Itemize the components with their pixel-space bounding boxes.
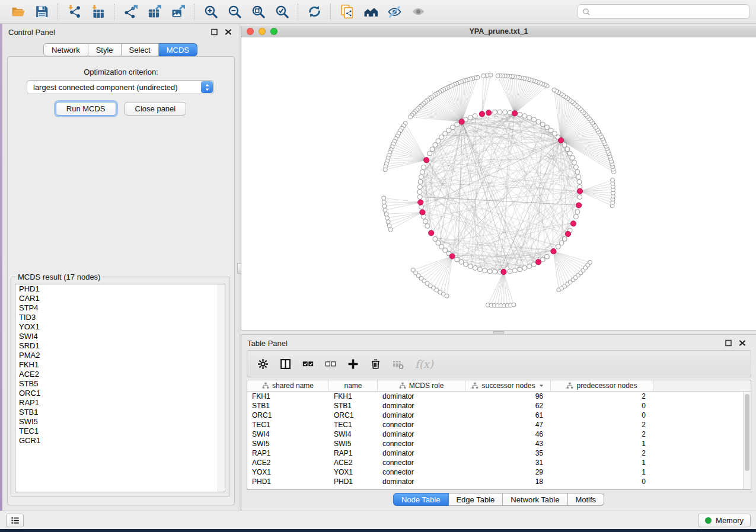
mcds-node-item[interactable]: STP4 (15, 303, 225, 313)
columns-button[interactable] (280, 358, 291, 370)
memory-button[interactable]: Memory (698, 514, 751, 527)
network-node[interactable] (417, 195, 422, 200)
network-node[interactable] (422, 165, 426, 169)
mcds-node-item[interactable]: YOX1 (15, 322, 225, 332)
network-node[interactable] (503, 110, 508, 114)
zoom-selected-button[interactable] (270, 2, 294, 21)
network-node[interactable] (512, 268, 517, 273)
tab-select[interactable]: Select (122, 43, 159, 56)
open-button[interactable] (6, 2, 30, 21)
export-image-button[interactable] (166, 2, 190, 21)
gear-button[interactable] (257, 358, 269, 370)
network-node[interactable] (382, 200, 386, 204)
mcds-node[interactable] (577, 188, 582, 194)
network-node[interactable] (588, 260, 592, 264)
mcds-result-list[interactable]: PHD1CAR1STP4TID3YOX1SWI4SRD1PMA2FKH1ACE2… (15, 284, 225, 492)
network-node[interactable] (575, 169, 580, 174)
import-table-button[interactable] (86, 2, 110, 21)
export-network-button[interactable] (119, 2, 142, 21)
network-node[interactable] (522, 265, 527, 270)
unselect-all-button[interactable] (325, 358, 336, 370)
mcds-node[interactable] (565, 231, 570, 236)
table-row[interactable]: RAP1RAP1dominator352 (247, 448, 743, 458)
mcds-node-item[interactable]: SWI5 (15, 417, 225, 427)
float-button[interactable] (210, 28, 219, 36)
network-node[interactable] (497, 110, 502, 114)
column-header-predecessor-nodes[interactable]: predecessor nodes (551, 380, 653, 391)
zoom-out-button[interactable] (222, 2, 246, 21)
network-node[interactable] (567, 151, 572, 156)
close-traffic-light[interactable] (247, 28, 254, 35)
network-node[interactable] (540, 122, 545, 127)
table-row[interactable]: SWI5SWI5connector431 (247, 439, 743, 448)
network-node[interactable] (518, 267, 522, 272)
export-table-button[interactable] (142, 2, 166, 21)
optimization-criterion-select[interactable]: largest connected component (undirected) (27, 80, 214, 94)
network-node[interactable] (496, 74, 500, 78)
mcds-node-item[interactable]: PMA2 (15, 351, 225, 360)
save-button[interactable] (30, 2, 53, 21)
close-button[interactable] (738, 339, 747, 347)
network-node[interactable] (445, 294, 449, 298)
hide-selected-button[interactable] (382, 2, 406, 21)
mcds-node[interactable] (486, 110, 492, 116)
mcds-node-item[interactable]: SRD1 (15, 341, 225, 351)
search-input[interactable] (594, 7, 745, 16)
network-node[interactable] (430, 147, 435, 152)
network-node[interactable] (570, 156, 575, 161)
network-canvas[interactable] (241, 37, 756, 330)
network-graph[interactable] (241, 37, 756, 330)
tab-node-table[interactable]: Node Table (393, 493, 449, 506)
network-node[interactable] (417, 190, 422, 194)
mcds-node-item[interactable]: ACE2 (15, 370, 225, 379)
sort-chevron-icon[interactable] (538, 383, 544, 389)
network-node[interactable] (508, 110, 512, 115)
zoom-traffic-light[interactable] (270, 28, 277, 35)
network-node[interactable] (562, 143, 567, 148)
zoom-in-button[interactable] (199, 2, 222, 21)
network-node[interactable] (443, 248, 448, 252)
network-node[interactable] (578, 195, 582, 200)
horizontal-splitter[interactable] (241, 330, 756, 335)
network-node[interactable] (527, 116, 532, 120)
mcds-node-item[interactable]: SWI4 (15, 332, 225, 341)
network-node[interactable] (508, 269, 512, 274)
network-node[interactable] (544, 125, 549, 130)
mcds-node-item[interactable]: RAP1 (15, 398, 225, 408)
trash-button[interactable] (370, 358, 381, 370)
network-node[interactable] (493, 270, 497, 274)
network-node[interactable] (573, 165, 578, 169)
network-node[interactable] (518, 112, 522, 117)
list-scrollbar[interactable] (218, 284, 225, 492)
run-mcds-button[interactable]: Run MCDS (56, 102, 116, 116)
network-node[interactable] (439, 135, 444, 140)
network-node[interactable] (556, 244, 560, 249)
first-neighbors-button[interactable] (359, 2, 382, 21)
mcds-node[interactable] (551, 249, 556, 254)
network-node[interactable] (409, 115, 413, 119)
network-node[interactable] (575, 210, 580, 214)
close-button[interactable] (224, 28, 232, 36)
mcds-node[interactable] (459, 119, 464, 124)
network-node[interactable] (577, 180, 582, 184)
network-node[interactable] (446, 128, 451, 133)
network-node[interactable] (562, 236, 567, 241)
network-node[interactable] (455, 122, 460, 127)
network-node[interactable] (419, 175, 423, 180)
network-node[interactable] (473, 114, 477, 118)
network-node[interactable] (468, 116, 473, 120)
network-node[interactable] (433, 236, 438, 241)
network-node[interactable] (425, 224, 430, 229)
zoom-fit-button[interactable] (246, 2, 270, 21)
column-header-mcds-role[interactable]: MCDS role (378, 380, 465, 391)
network-node[interactable] (383, 168, 387, 172)
network-node[interactable] (522, 114, 527, 118)
network-node[interactable] (512, 303, 516, 307)
network-node[interactable] (548, 128, 553, 133)
mcds-node[interactable] (479, 111, 484, 117)
network-node[interactable] (451, 125, 455, 130)
network-node[interactable] (565, 147, 570, 152)
network-node[interactable] (481, 73, 486, 78)
mcds-node[interactable] (420, 210, 425, 215)
mcds-node[interactable] (512, 111, 518, 116)
